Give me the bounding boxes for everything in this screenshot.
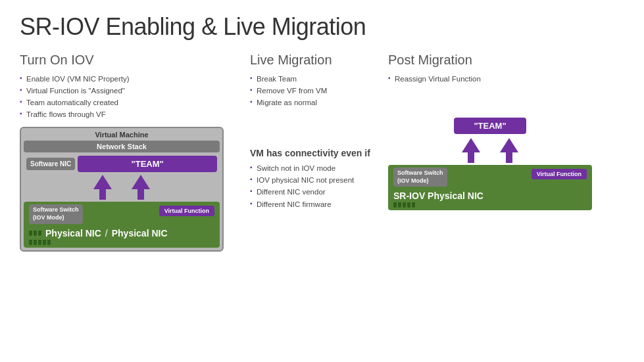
software-switch-box-left: Software Switch(IOV Mode) [29, 204, 83, 223]
post-migration-diagram: "TEAM" Software Switch(IO [388, 118, 592, 210]
connectivity-bullets: Switch not in IOV mode IOV physical NIC … [250, 162, 382, 210]
connectivity-title: VM has connectivity even if [250, 148, 382, 158]
vf-badge-left: Virtual Function [159, 206, 214, 216]
bullet-nic-vendor: Different NIC vendor [250, 186, 382, 198]
tooth [412, 202, 415, 208]
right-arrows [388, 138, 592, 163]
arrow-head-2 [132, 175, 150, 189]
sr-iov-nic-label: SR-IOV Physical NIC [393, 191, 587, 201]
green-bar-right-content: Software Switch(IOV Mode) Virtual Functi… [393, 168, 587, 188]
tooth [29, 240, 32, 245]
columns-container: Turn On IOV Enable IOV (VM NIC Property)… [20, 53, 624, 252]
turn-on-iov-heading: Turn On IOV [20, 53, 243, 68]
bullet-migrate: Migrate as normal [250, 97, 382, 108]
bullet-reassign: Reassign Virtual Function [388, 73, 599, 85]
post-migration-heading: Post Migration [388, 53, 599, 68]
arrow-shaft-2 [137, 189, 144, 200]
arrow-right-2 [500, 138, 518, 163]
vf-badge-right: Virtual Function [532, 169, 587, 179]
team-badge-right: "TEAM" [454, 118, 526, 134]
arrow-head-r1 [462, 138, 480, 152]
turn-on-iov-bullets: Enable IOV (VM NIC Property) Virtual Fun… [20, 73, 243, 120]
green-bar-left: Software Switch(IOV Mode) Virtual Functi… [24, 202, 220, 247]
bullet-switch-iov: Switch not in IOV mode [250, 162, 382, 174]
network-stack-box: Network Stack [24, 141, 220, 152]
software-switch-left: Software Switch(IOV Mode) [29, 204, 83, 225]
col-turn-on-iov: Turn On IOV Enable IOV (VM NIC Property)… [20, 53, 243, 252]
arrow-right-1 [462, 138, 480, 163]
nic-teeth-bottom [29, 240, 214, 245]
tooth [407, 202, 410, 208]
arrow-shaft-1 [99, 189, 106, 200]
vm-label: Virtual Machine [24, 131, 220, 139]
slash: / [105, 228, 108, 238]
arrow-head-r2 [500, 138, 518, 152]
tooth [29, 231, 32, 236]
tooth [38, 240, 41, 245]
live-migration-bullets: Break Team Remove VF from VM Migrate as … [250, 73, 382, 108]
physical-nic-row: Physical NIC / Physical NIC [29, 228, 214, 238]
tooth [34, 240, 37, 245]
arrow-shaft-r2 [506, 152, 512, 163]
arrow-left-1 [93, 175, 112, 200]
nic-teeth-left [29, 231, 41, 236]
physical-nic-label-1: Physical NIC [45, 228, 101, 238]
software-switch-box-right: Software Switch(IOV Mode) [393, 168, 447, 187]
slide: SR-IOV Enabling & Live Migration Turn On… [0, 0, 644, 362]
live-migration-heading: Live Migration [250, 53, 382, 68]
team-row: Software NIC "TEAM" [24, 156, 220, 172]
bullet-break-team: Break Team [250, 73, 382, 85]
post-migration-bullets: Reassign Virtual Function [388, 73, 599, 85]
tooth [393, 202, 397, 208]
tooth [398, 202, 401, 208]
software-nic-box: Software NIC [26, 158, 75, 170]
tooth [34, 231, 37, 236]
connectivity-box: VM has connectivity even if Switch not i… [250, 148, 382, 210]
col-live-migration: Live Migration Break Team Remove VF from… [250, 53, 382, 217]
tooth [47, 240, 51, 245]
nic-teeth-right [393, 202, 587, 208]
col-post-migration: Post Migration Reassign Virtual Function… [388, 53, 599, 210]
arrow-shaft-r1 [468, 152, 474, 163]
bullet-nic-firmware: Different NIC firmware [250, 198, 382, 210]
team-badge-right-container: "TEAM" [388, 118, 592, 134]
slide-title: SR-IOV Enabling & Live Migration [20, 13, 624, 41]
bullet-traffic-flows: Traffic flows through VF [20, 108, 243, 120]
physical-nic-label-2: Physical NIC [112, 228, 168, 238]
bullet-team-created: Team automatically created [20, 97, 243, 108]
arrow-left-2 [132, 175, 150, 200]
bullet-enable-iov: Enable IOV (VM NIC Property) [20, 73, 243, 85]
green-bar-content: Software Switch(IOV Mode) Virtual Functi… [29, 204, 214, 225]
vm-diagram-left: Virtual Machine Network Stack Software N… [20, 127, 224, 251]
tooth [38, 231, 41, 236]
tooth [403, 202, 406, 208]
bullet-physical-nic: IOV physical NIC not present [250, 174, 382, 186]
left-arrows [24, 175, 220, 200]
arrow-head-1 [93, 175, 112, 189]
bullet-remove-vf: Remove VF from VM [250, 85, 382, 97]
tooth [43, 240, 46, 245]
green-bar-right: Software Switch(IOV Mode) Virtual Functi… [388, 165, 592, 210]
team-badge-left: "TEAM" [78, 156, 217, 172]
bullet-virtual-function: Virtual Function is "Assigned" [20, 85, 243, 97]
